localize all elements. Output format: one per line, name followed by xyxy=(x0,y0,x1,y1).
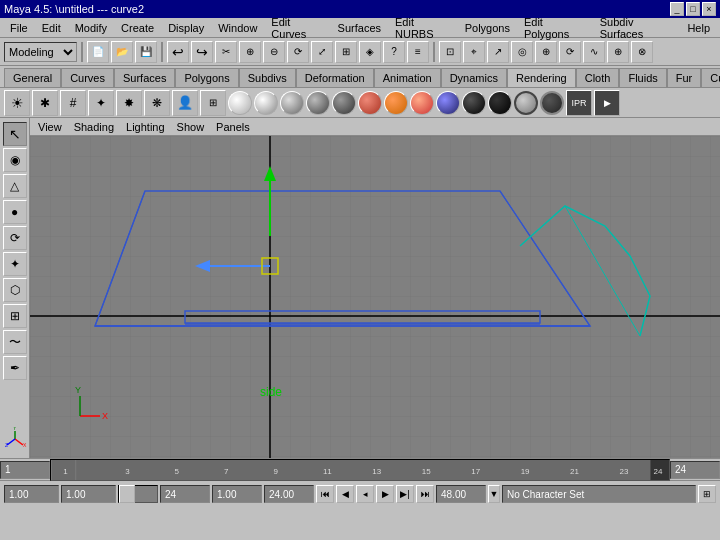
close-button[interactable]: × xyxy=(702,2,716,16)
tool7[interactable]: ◈ xyxy=(359,41,381,63)
new-btn[interactable]: 📄 xyxy=(87,41,109,63)
sphere-color1[interactable] xyxy=(358,91,382,115)
menu-edit[interactable]: Edit xyxy=(36,20,67,36)
sphere-ring[interactable] xyxy=(514,91,538,115)
shelf-head[interactable]: 👤 xyxy=(172,90,198,116)
sphere-gray1[interactable] xyxy=(306,91,330,115)
lattice-tool[interactable]: ⊞ xyxy=(3,304,27,328)
vp-menu-lighting[interactable]: Lighting xyxy=(122,121,169,133)
shelf-tool3[interactable]: ❋ xyxy=(144,90,170,116)
tool15[interactable]: ⟳ xyxy=(559,41,581,63)
tool12[interactable]: ↗ xyxy=(487,41,509,63)
shelf-lasso[interactable]: ✱ xyxy=(32,90,58,116)
tool9[interactable]: ≡ xyxy=(407,41,429,63)
tool3[interactable]: ⊖ xyxy=(263,41,285,63)
maximize-button[interactable]: □ xyxy=(686,2,700,16)
menu-edit-polygons[interactable]: Edit Polygons xyxy=(518,14,592,42)
tool13[interactable]: ◎ xyxy=(511,41,533,63)
play-fwd-btn[interactable]: ▶ xyxy=(376,485,394,503)
current-frame[interactable]: 24 xyxy=(160,485,210,503)
tool2[interactable]: ⊕ xyxy=(239,41,261,63)
field-value1[interactable]: 1.00 xyxy=(4,485,59,503)
curve-tool[interactable]: 〜 xyxy=(3,330,27,354)
menu-window[interactable]: Window xyxy=(212,20,263,36)
soft-mod[interactable]: ⬡ xyxy=(3,278,27,302)
sphere-color3[interactable] xyxy=(410,91,434,115)
timeline-start[interactable]: 1 xyxy=(0,461,50,479)
shelf-tool1[interactable]: ✦ xyxy=(88,90,114,116)
tab-subdivs[interactable]: Subdivs xyxy=(239,68,296,87)
menu-help[interactable]: Help xyxy=(681,20,716,36)
ipr-btn[interactable]: IPR xyxy=(566,90,592,116)
tool4[interactable]: ⟳ xyxy=(287,41,309,63)
tool17[interactable]: ⊕ xyxy=(607,41,629,63)
tool1[interactable]: ✂ xyxy=(215,41,237,63)
vp-menu-show[interactable]: Show xyxy=(173,121,209,133)
tool18[interactable]: ⊗ xyxy=(631,41,653,63)
next-frame-btn[interactable]: ▶| xyxy=(396,485,414,503)
timeline-end[interactable]: 24 xyxy=(670,461,720,479)
sphere-black[interactable] xyxy=(488,91,512,115)
play-back-btn[interactable]: ◂ xyxy=(356,485,374,503)
shelf-grid[interactable]: # xyxy=(60,90,86,116)
tab-fur[interactable]: Fur xyxy=(667,68,702,87)
tab-polygons[interactable]: Polygons xyxy=(175,68,238,87)
sphere-color2[interactable] xyxy=(384,91,408,115)
tab-curves[interactable]: Curves xyxy=(61,68,114,87)
playback-slider[interactable] xyxy=(118,485,158,503)
tab-rendering[interactable]: Rendering xyxy=(507,68,576,87)
tab-custom[interactable]: Custom xyxy=(701,68,720,87)
menu-file[interactable]: File xyxy=(4,20,34,36)
range-start[interactable]: 1.00 xyxy=(212,485,262,503)
fps-dropdown[interactable]: ▼ xyxy=(488,485,500,503)
tab-general[interactable]: General xyxy=(4,68,61,87)
menu-subdiv[interactable]: Subdiv Surfaces xyxy=(594,14,680,42)
tool8[interactable]: ? xyxy=(383,41,405,63)
tool11[interactable]: ⌖ xyxy=(463,41,485,63)
save-btn[interactable]: 💾 xyxy=(135,41,157,63)
menu-edit-nurbs[interactable]: Edit NURBS xyxy=(389,14,457,42)
lasso-tool[interactable]: ◉ xyxy=(3,148,27,172)
menu-display[interactable]: Display xyxy=(162,20,210,36)
select-tool[interactable]: ↖ xyxy=(3,122,27,146)
menu-create[interactable]: Create xyxy=(115,20,160,36)
skip-end-btn[interactable]: ⏭ xyxy=(416,485,434,503)
sphere-dark[interactable] xyxy=(462,91,486,115)
menu-polygons[interactable]: Polygons xyxy=(459,20,516,36)
skip-start-btn[interactable]: ⏮ xyxy=(316,485,334,503)
scale-tool[interactable]: ● xyxy=(3,200,27,224)
open-btn[interactable]: 📂 xyxy=(111,41,133,63)
redo-btn[interactable]: ↪ xyxy=(191,41,213,63)
sphere-white3[interactable] xyxy=(280,91,304,115)
tool5[interactable]: ⤢ xyxy=(311,41,333,63)
tab-deformation[interactable]: Deformation xyxy=(296,68,374,87)
tab-surfaces[interactable]: Surfaces xyxy=(114,68,175,87)
tab-cloth[interactable]: Cloth xyxy=(576,68,620,87)
vp-menu-panels[interactable]: Panels xyxy=(212,121,254,133)
tab-animation[interactable]: Animation xyxy=(374,68,441,87)
field-value2[interactable]: 1.00 xyxy=(61,485,116,503)
tool16[interactable]: ∿ xyxy=(583,41,605,63)
viewport[interactable]: View Shading Lighting Show Panels xyxy=(30,118,720,458)
vp-menu-view[interactable]: View xyxy=(34,121,66,133)
timeline-bar[interactable]: 1 3 5 7 9 11 13 15 17 19 21 23 24 xyxy=(50,459,670,481)
prev-frame-btn[interactable]: ◀ xyxy=(336,485,354,503)
tool10[interactable]: ⊡ xyxy=(439,41,461,63)
menu-edit-curves[interactable]: Edit Curves xyxy=(265,14,329,42)
rotate-tool[interactable]: △ xyxy=(3,174,27,198)
snap-tool[interactable]: ✦ xyxy=(3,252,27,276)
menu-surfaces[interactable]: Surfaces xyxy=(332,20,387,36)
tab-dynamics[interactable]: Dynamics xyxy=(441,68,507,87)
vp-menu-shading[interactable]: Shading xyxy=(70,121,118,133)
total-frames[interactable]: 48.00 xyxy=(436,485,486,503)
sphere-gray2[interactable] xyxy=(332,91,356,115)
sphere-white1[interactable] xyxy=(228,91,252,115)
sphere-blue[interactable] xyxy=(436,91,460,115)
shelf-tool2[interactable]: ✸ xyxy=(116,90,142,116)
menu-modify[interactable]: Modify xyxy=(69,20,113,36)
mode-select[interactable]: Modeling Animation Dynamics Rendering xyxy=(4,42,77,62)
tool6[interactable]: ⊞ xyxy=(335,41,357,63)
char-btn[interactable]: ⊞ xyxy=(698,485,716,503)
undo-btn[interactable]: ↩ xyxy=(167,41,189,63)
shelf-grid2[interactable]: ⊞ xyxy=(200,90,226,116)
